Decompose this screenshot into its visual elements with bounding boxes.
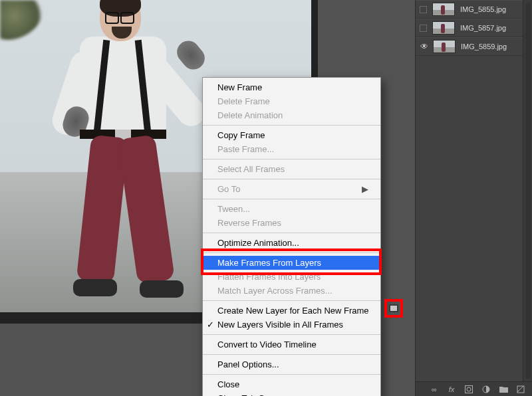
layer-mask-icon[interactable] — [464, 385, 473, 394]
menu-tween: Tween... — [203, 202, 380, 216]
image-person — [47, 0, 219, 312]
menu-go-to: Go To▶ — [203, 182, 380, 196]
layer-name[interactable]: IMG_5857.jpg — [460, 24, 506, 32]
menu-separator — [203, 159, 380, 159]
menu-item-label: Copy Frame — [217, 130, 265, 140]
visibility-toggle[interactable] — [420, 6, 427, 13]
new-layer-icon[interactable] — [516, 385, 525, 394]
menu-panel-options[interactable]: Panel Options... — [203, 357, 380, 371]
menu-delete-animation: Delete Animation — [203, 108, 380, 122]
menu-separator — [203, 354, 380, 355]
menu-separator — [203, 233, 380, 233]
layers-panel: IMG_5855.jpg IMG_5857.jpg 👁 IMG_5859.jpg… — [415, 0, 532, 396]
menu-optimize-animation[interactable]: Optimize Animation... — [203, 236, 380, 250]
menu-convert-to-video-timeline[interactable]: Convert to Video Timeline — [203, 338, 380, 351]
visibility-toggle[interactable] — [420, 25, 427, 32]
layers-panel-footer: ∞ fx — [416, 381, 532, 396]
menu-item-label: Go To — [217, 184, 240, 194]
menu-separator — [203, 300, 380, 301]
hamburger-icon — [390, 310, 397, 311]
menu-item-label: Convert to Video Timeline — [217, 340, 317, 349]
layer-thumbnail[interactable] — [432, 21, 455, 35]
menu-item-label: Tween... — [217, 204, 250, 214]
menu-separator — [203, 252, 380, 253]
timeline-panel-menu-button[interactable] — [389, 304, 398, 312]
menu-item-label: New Layers Visible in All Frames — [217, 320, 343, 330]
link-layers-icon[interactable]: ∞ — [430, 385, 439, 394]
menu-separator — [203, 125, 380, 126]
timeline-panel-menu: New Frame Delete Frame Delete Animation … — [202, 77, 381, 396]
menu-item-label: Match Layer Across Frames... — [217, 286, 332, 296]
layer-row[interactable]: 👁 IMG_5859.jpg — [416, 37, 532, 56]
menu-separator — [203, 374, 380, 375]
menu-match-layer-across-frames: Match Layer Across Frames... — [203, 284, 380, 298]
menu-select-all-frames: Select All Frames — [203, 162, 380, 176]
menu-item-label: Close Tab Group — [217, 393, 282, 396]
layers-scrollbar[interactable] — [523, 0, 532, 381]
layer-row[interactable]: IMG_5857.jpg — [416, 19, 532, 37]
layer-thumbnail[interactable] — [432, 3, 455, 16]
menu-item-label: Make Frames From Layers — [217, 258, 321, 268]
menu-close[interactable]: Close — [203, 377, 380, 391]
menu-close-tab-group[interactable]: Close Tab Group — [203, 391, 380, 396]
menu-reverse-frames: Reverse Frames — [203, 216, 380, 230]
layer-name[interactable]: IMG_5855.jpg — [460, 5, 506, 13]
menu-new-frame[interactable]: New Frame — [203, 80, 380, 94]
menu-separator — [203, 179, 380, 179]
layer-thumbnail[interactable] — [433, 40, 456, 53]
fx-icon[interactable]: fx — [447, 385, 456, 394]
folder-icon[interactable] — [499, 385, 508, 394]
menu-new-layers-visible-all-frames[interactable]: New Layers Visible in All Frames — [203, 318, 380, 332]
menu-item-label: New Frame — [217, 82, 262, 92]
menu-delete-frame: Delete Frame — [203, 94, 380, 108]
eye-icon: 👁 — [420, 42, 428, 51]
layer-name[interactable]: IMG_5859.jpg — [461, 43, 507, 50]
svg-point-1 — [467, 387, 471, 391]
menu-separator — [203, 334, 380, 335]
menu-create-new-layer-each-frame[interactable]: Create New Layer for Each New Frame — [203, 304, 380, 318]
menu-item-label: Optimize Animation... — [217, 238, 299, 248]
menu-flatten-frames-into-layers: Flatten Frames Into Layers — [203, 270, 380, 284]
submenu-arrow-icon: ▶ — [362, 184, 368, 194]
menu-item-label: Paste Frame... — [217, 144, 274, 154]
svg-rect-3 — [517, 386, 524, 393]
menu-paste-frame: Paste Frame... — [203, 142, 380, 156]
menu-item-label: Create New Layer for Each New Frame — [217, 306, 369, 316]
layer-row[interactable]: IMG_5855.jpg — [416, 0, 532, 19]
menu-item-label: Delete Frame — [217, 96, 270, 106]
visibility-toggle[interactable]: 👁 — [420, 42, 429, 51]
menu-item-label: Select All Frames — [217, 164, 285, 174]
svg-rect-0 — [466, 385, 473, 393]
scrollbar-track — [525, 3, 531, 379]
adjustment-layer-icon[interactable] — [481, 385, 491, 394]
menu-separator — [203, 199, 380, 199]
menu-item-label: Delete Animation — [217, 110, 283, 120]
menu-item-label: Panel Options... — [217, 359, 279, 369]
menu-item-label: Close — [217, 379, 239, 389]
menu-item-label: Reverse Frames — [217, 218, 281, 228]
menu-copy-frame[interactable]: Copy Frame — [203, 128, 380, 142]
menu-item-label: Flatten Frames Into Layers — [217, 272, 321, 282]
menu-make-frames-from-layers[interactable]: Make Frames From Layers — [203, 256, 380, 270]
